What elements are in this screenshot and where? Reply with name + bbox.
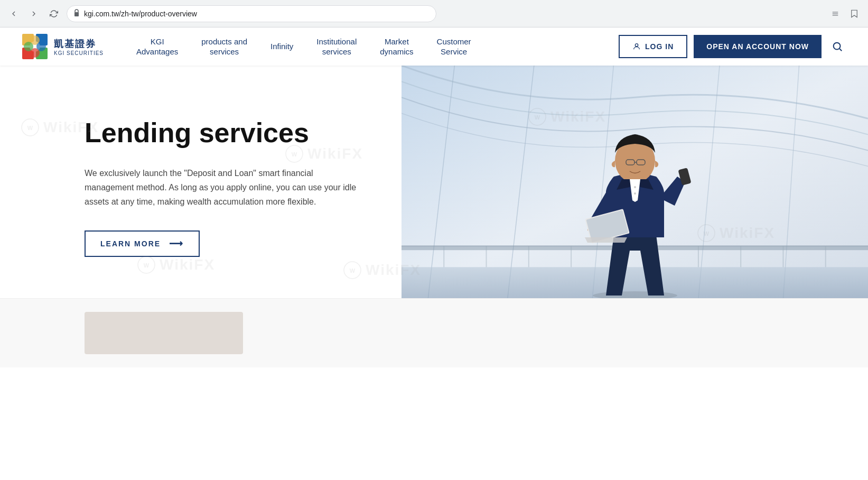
lock-icon [73,9,80,18]
navbar: 凱基證券 KGI SECURITIES KGI Advantages produ… [0,27,868,66]
nav-item-institutional-services[interactable]: Institutional services [305,32,368,61]
nav-actions: LOG IN OPEN AN ACCOUNT NOW [619,35,847,58]
hero-description: We exclusively launch the "Deposit and L… [85,166,365,209]
svg-point-62 [634,186,636,188]
user-icon [632,42,641,51]
learn-more-arrow: ⟶ [169,239,184,248]
svg-point-10 [24,42,33,51]
logo-english: KGI SECURITIES [54,50,104,56]
logo-chinese: 凱基證券 [54,38,104,50]
url-text: kgi.com.tw/zh-tw/product-overview [84,10,430,18]
forward-button[interactable] [26,6,41,21]
browser-actions [828,6,862,21]
login-label: LOG IN [645,42,674,51]
bottom-section [0,298,868,367]
browser-chrome: kgi.com.tw/zh-tw/product-overview [0,0,868,27]
kgi-logo-icon [21,33,49,60]
back-button[interactable] [6,6,21,21]
hero-section: W WikiFX W WikiFX W WikiFX [0,66,868,298]
nav-item-products-services[interactable]: products and services [190,32,259,61]
search-button[interactable] [828,37,847,56]
svg-point-12 [834,43,841,50]
search-icon [832,41,843,52]
open-account-label: OPEN AN ACCOUNT NOW [706,42,809,51]
learn-more-button[interactable]: LEARN MORE ⟶ [85,230,200,257]
bottom-image-partial [85,312,243,354]
hero-content: Lending services We exclusively launch t… [0,66,402,298]
logo-text-area: 凱基證券 KGI SECURITIES [54,38,104,56]
hero-title: Lending services [85,117,370,149]
refresh-button[interactable] [46,6,61,21]
nav-item-infinity[interactable]: Infinity [259,37,305,56]
open-account-button[interactable]: OPEN AN ACCOUNT NOW [694,35,822,58]
nav-item-market-dynamics[interactable]: Market dynamics [368,32,425,61]
nav-item-customer-service[interactable]: Customer Service [425,32,483,61]
svg-rect-0 [74,12,79,16]
svg-point-11 [635,44,638,47]
hero-image-area [402,66,868,298]
hero-person-illustration [524,87,746,298]
website: 凱基證券 KGI SECURITIES KGI Advantages produ… [0,27,868,367]
logo-area[interactable]: 凱基證券 KGI SECURITIES [21,33,104,60]
svg-point-54 [593,291,677,298]
translate-button[interactable] [828,6,843,21]
login-button[interactable]: LOG IN [619,35,687,58]
learn-more-label: LEARN MORE [100,239,161,248]
svg-point-63 [634,192,636,195]
nav-items: KGI Advantages products and services Inf… [125,32,619,61]
bookmark-button[interactable] [847,6,862,21]
nav-item-kgi-advantages[interactable]: KGI Advantages [125,32,190,61]
address-bar[interactable]: kgi.com.tw/zh-tw/product-overview [67,5,436,22]
